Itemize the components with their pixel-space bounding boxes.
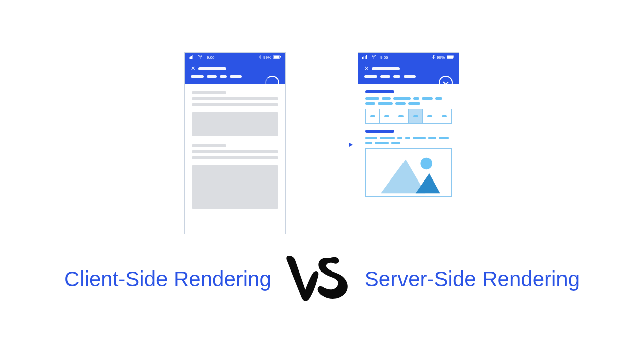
text-fragment [395,102,406,105]
app-header: ✕ [185,62,285,84]
svg-rect-11 [366,55,367,59]
content-skeleton [185,84,285,216]
svg-rect-8 [362,57,363,59]
text-fragment [382,97,391,100]
vs-graphic [280,246,356,312]
selector-cell-active [409,109,423,123]
transition-arrow [288,142,353,147]
text-fragment [375,142,389,144]
close-icon: ✕ [364,66,369,71]
skeleton-line [192,103,278,106]
svg-point-4 [200,58,201,59]
svg-rect-10 [365,56,366,59]
app-header: ✕ [358,62,459,84]
loading-spinner-icon [265,76,279,90]
text-fragment [365,97,379,100]
svg-rect-9 [364,57,365,59]
svg-rect-2 [191,56,192,59]
comparison-labels: Client-Side Rendering Server-Side Render… [0,246,644,312]
status-battery-pct: 99% [263,55,271,60]
nav-item-placeholder [364,75,377,78]
bluetooth-icon [432,55,435,60]
header-nav [364,75,453,78]
arrow-line [288,145,348,145]
skeleton-block [192,112,278,136]
svg-point-16 [421,158,433,170]
status-time: 9:06 [380,55,388,60]
selector-cell [366,109,380,123]
selector-cell [423,109,437,123]
action-circle-button [439,76,453,90]
header-nav [191,75,279,78]
label-client-side: Client-Side Rendering [64,267,271,291]
text-fragment [413,137,426,139]
svg-marker-17 [381,160,425,194]
image-placeholder [365,148,452,197]
nav-item-placeholder [191,75,204,78]
svg-rect-14 [447,56,453,58]
text-fragment [439,137,449,139]
nav-item-placeholder [230,75,242,78]
text-fragment [391,142,400,144]
svg-rect-3 [193,55,194,59]
svg-rect-7 [280,56,281,58]
svg-rect-15 [454,56,455,58]
header-title-placeholder [372,67,400,70]
nav-item-placeholder [220,75,227,78]
phone-mock-client-side: 9:06 99% ✕ [184,52,286,234]
content-loaded [358,84,459,203]
text-fragment [405,137,410,139]
text-fragment [378,102,393,105]
label-server-side: Server-Side Rendering [365,267,580,291]
text-lines [365,137,452,144]
phone-mock-server-side: 9:06 99% ✕ [358,52,459,234]
status-bar: 9:06 99% [358,53,459,62]
svg-rect-6 [274,56,279,58]
battery-icon [447,55,455,60]
nav-item-placeholder [404,75,416,78]
skeleton-line [192,144,226,147]
selector-row [365,109,452,124]
svg-point-12 [373,58,374,59]
selector-cell [437,109,451,123]
text-lines [365,97,452,105]
text-fragment [408,102,420,105]
skeleton-line [192,156,278,159]
text-fragment [435,97,442,100]
header-title-placeholder [198,67,226,70]
bluetooth-icon [259,55,261,60]
text-fragment [413,97,419,100]
text-fragment [422,97,433,100]
nav-item-placeholder [380,75,390,78]
svg-rect-0 [189,57,190,59]
skeleton-block [192,165,278,209]
text-fragment [365,137,377,139]
close-icon: ✕ [191,66,195,71]
wifi-icon [198,55,203,60]
section-heading-placeholder [365,90,394,93]
diagram-stage: 9:06 99% ✕ [0,0,644,362]
skeleton-line [192,97,278,100]
skeleton-line [192,150,278,153]
text-fragment [365,102,375,105]
selector-cell [394,109,409,123]
status-bar: 9:06 99% [185,53,285,62]
status-battery-pct: 99% [437,55,445,60]
status-time: 9:06 [207,55,215,60]
signal-icon [189,55,194,60]
text-fragment [428,137,436,139]
text-fragment [380,137,395,139]
wifi-icon [371,55,376,60]
text-fragment [397,137,403,139]
nav-item-placeholder [393,75,400,78]
chevron-down-icon [443,79,448,85]
battery-icon [273,55,281,60]
section-heading-placeholder [365,130,394,133]
text-fragment [365,142,372,144]
skeleton-line [192,91,226,94]
signal-icon [362,55,367,60]
arrow-head-icon [349,143,353,147]
text-fragment [393,97,411,100]
nav-item-placeholder [207,75,217,78]
selector-cell [380,109,394,123]
